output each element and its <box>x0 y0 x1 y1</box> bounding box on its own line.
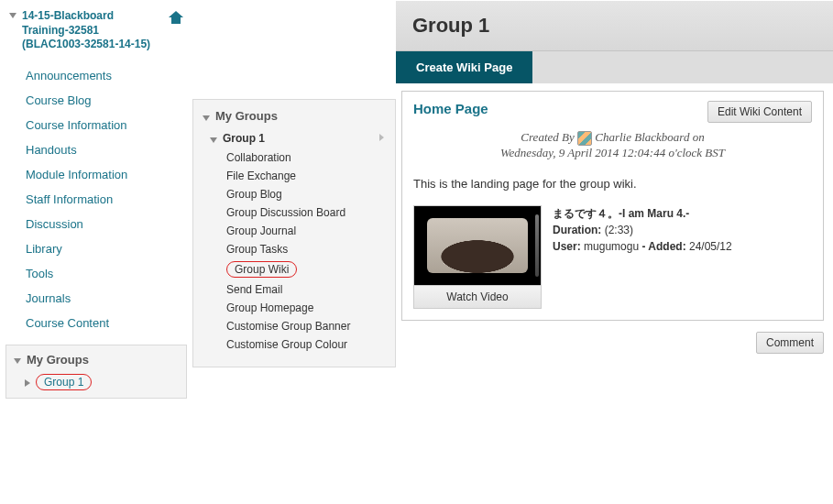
nav-handouts[interactable]: Handouts <box>5 137 187 162</box>
video-thumbnail[interactable] <box>414 206 541 285</box>
tool-send-email[interactable]: Send Email <box>197 280 391 299</box>
created-prefix: Created By <box>521 130 574 144</box>
nav-module-information[interactable]: Module Information <box>5 162 187 187</box>
tool-file-exchange[interactable]: File Exchange <box>197 167 391 185</box>
course-nav: Announcements Course Blog Course Informa… <box>5 63 187 335</box>
page-title: Group 1 <box>412 14 817 38</box>
collapse-group-icon[interactable] <box>210 137 217 143</box>
tool-group-tasks[interactable]: Group Tasks <box>197 240 391 258</box>
nav-course-information[interactable]: Course Information <box>5 113 187 137</box>
tool-group-journal[interactable]: Group Journal <box>197 222 391 240</box>
nav-tools[interactable]: Tools <box>5 261 187 286</box>
added-value: 24/05/12 <box>689 240 732 253</box>
wiki-content: Home Page Edit Wiki Content Created By C… <box>401 91 824 321</box>
nav-discussion[interactable]: Discussion <box>5 212 187 236</box>
annotation-circle: Group 1 <box>36 374 92 390</box>
tool-group-homepage[interactable]: Group Homepage <box>197 299 391 317</box>
annotation-circle: Group Wiki <box>226 261 297 278</box>
my-groups-panel: My Groups Group 1 <box>5 345 187 399</box>
video-thumbnail-image <box>427 218 528 273</box>
nav-library[interactable]: Library <box>5 236 187 261</box>
watch-video-button[interactable]: Watch Video <box>414 285 541 308</box>
group-name: Group 1 <box>223 132 265 145</box>
created-suffix: on <box>693 130 705 144</box>
created-by-line: Created By Charlie Blackboard on Wednesd… <box>413 130 812 160</box>
duration-label: Duration: <box>553 224 601 236</box>
group-tools-panel: My Groups Group 1 Collaboration File Exc… <box>192 99 396 367</box>
video-card: Watch Video <box>413 205 542 309</box>
author-name: Charlie Blackboard <box>595 130 689 144</box>
nav-journals[interactable]: Journals <box>5 286 187 311</box>
nav-course-content[interactable]: Course Content <box>5 311 187 335</box>
tool-group-wiki[interactable]: Group Wiki <box>197 258 391 280</box>
my-groups-heading: My Groups <box>27 353 89 367</box>
content-header: Group 1 <box>396 0 833 51</box>
tab-bar: Create Wiki Page <box>396 51 833 83</box>
created-timestamp: Wednesday, 9 April 2014 12:04:44 o'clock… <box>500 146 725 159</box>
expand-group-icon[interactable] <box>25 379 30 387</box>
chevron-right-icon <box>379 134 384 141</box>
tool-customise-group-banner[interactable]: Customise Group Banner <box>197 317 391 335</box>
collapse-course-icon[interactable] <box>9 13 16 18</box>
group-header[interactable]: Group 1 <box>197 128 391 148</box>
collapse-my-groups-mid-icon[interactable] <box>203 115 210 121</box>
nav-course-blog[interactable]: Course Blog <box>5 88 187 113</box>
user-value: mugumogu <box>584 240 639 253</box>
nav-announcements[interactable]: Announcements <box>5 63 187 88</box>
course-title-link[interactable]: 14-15-Blackboard Training-32581 (BLAC100… <box>22 9 163 52</box>
edit-wiki-content-button[interactable]: Edit Wiki Content <box>707 101 812 123</box>
comment-button[interactable]: Comment <box>756 332 824 354</box>
home-icon[interactable] <box>169 11 183 24</box>
avatar-icon <box>577 131 592 146</box>
tool-group-blog[interactable]: Group Blog <box>197 185 391 203</box>
tool-group-discussion-board[interactable]: Group Discussion Board <box>197 203 391 222</box>
sidebar-group-link[interactable]: Group 1 <box>44 376 83 389</box>
user-label: User: <box>553 240 581 253</box>
nav-staff-information[interactable]: Staff Information <box>5 187 187 212</box>
collapse-my-groups-icon[interactable] <box>14 358 21 364</box>
my-groups-mid-heading: My Groups <box>215 109 278 123</box>
video-title: まるです４。-I am Maru 4.- <box>553 205 732 222</box>
duration-value: (2:33) <box>605 224 633 236</box>
tool-customise-group-colour[interactable]: Customise Group Colour <box>197 335 391 354</box>
tab-create-wiki-page[interactable]: Create Wiki Page <box>396 51 532 83</box>
tool-collaboration[interactable]: Collaboration <box>197 148 391 167</box>
added-label: - Added: <box>641 240 685 253</box>
video-metadata: まるです４。-I am Maru 4.- Duration: (2:33) Us… <box>553 205 732 255</box>
landing-text: This is the landing page for the group w… <box>413 177 812 191</box>
wiki-page-title: Home Page <box>413 101 488 116</box>
